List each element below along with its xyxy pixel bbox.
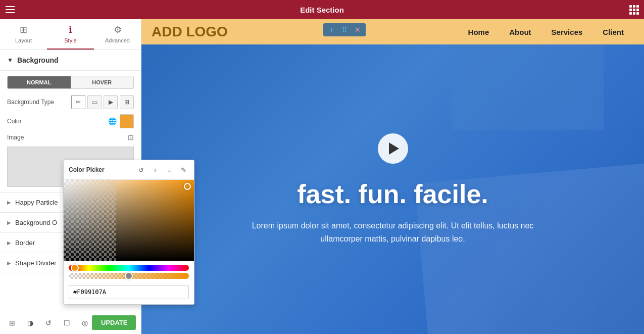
hero-description: Lorem ipsum dolor sit amet, consectetur …: [252, 219, 534, 245]
happy-particles-label: Happy Particle: [15, 199, 58, 206]
bg-type-image-btn[interactable]: ▭: [87, 95, 102, 109]
color-row: Color 🌐: [7, 114, 134, 128]
bg-overlay-arrow: ▶: [7, 220, 11, 225]
bg-type-slide-btn[interactable]: ⊞: [120, 95, 134, 109]
eye-icon-btn[interactable]: ◎: [78, 316, 92, 330]
cp-hue-slider[interactable]: [69, 265, 189, 271]
cp-alpha-slider[interactable]: [69, 273, 189, 279]
main-layout: ⊞ Layout ℹ Style ⚙ Advanced ▼ Background: [0, 19, 644, 334]
move-section-btn[interactable]: ⠿: [339, 25, 350, 35]
image-label: Image: [7, 134, 128, 141]
panel-title: Edit Section: [20, 6, 624, 14]
floating-controls: + ⠿ ✕: [323, 23, 366, 36]
nav-link-home[interactable]: Home: [458, 19, 500, 44]
border-arrow: ▶: [7, 240, 11, 246]
preview-logo: ADD LOGO: [152, 24, 458, 40]
hero-tagline: fast. fun. facile.: [297, 179, 488, 209]
website-preview: ADD LOGO Home About Services Client + ⠿ …: [141, 19, 644, 334]
bg-type-controls: ✏ ▭ ▶ ⊞: [71, 95, 134, 109]
hamburger-menu-button[interactable]: [0, 0, 20, 19]
tab-advanced-label: Advanced: [105, 37, 130, 43]
cp-hue-handle: [71, 264, 79, 272]
tab-style[interactable]: ℹ Style: [47, 19, 94, 50]
cp-add-btn[interactable]: +: [150, 164, 161, 175]
cp-palette-btn[interactable]: ≡: [164, 164, 175, 175]
layers-icon-btn[interactable]: ⊞: [5, 316, 19, 330]
bg-type-label: Background Type: [7, 99, 71, 106]
layout-icon: ⊞: [20, 24, 27, 35]
cp-gradient-area[interactable]: [64, 180, 194, 261]
cp-hex-input[interactable]: [69, 285, 189, 299]
tabs-row: ⊞ Layout ℹ Style ⚙ Advanced: [0, 19, 141, 50]
color-swatch[interactable]: [120, 114, 134, 128]
bottom-toolbar: ⊞ ◑ ↺ ☐ ◎ UPDATE ▲: [0, 311, 141, 334]
color-controls: 🌐: [108, 114, 134, 128]
shape-divider-arrow: ▶: [7, 260, 11, 266]
color-picker-popup: Color Picker ↺ + ≡ ✎: [63, 160, 194, 305]
nav-link-services[interactable]: Services: [541, 19, 593, 44]
play-button[interactable]: [378, 133, 408, 164]
notes-icon-btn[interactable]: ☐: [60, 316, 74, 330]
tab-layout[interactable]: ⊞ Layout: [0, 19, 47, 50]
bg-overlay-label: Background O: [15, 219, 57, 226]
bg-type-video-btn[interactable]: ▶: [104, 95, 118, 109]
reload-icon-btn[interactable]: ↺: [41, 316, 56, 330]
happy-particles-arrow: ▶: [7, 200, 11, 205]
color-label: Color: [7, 118, 108, 125]
grid-view-button[interactable]: [624, 0, 644, 19]
cp-header: Color Picker ↺ + ≡ ✎: [64, 160, 194, 180]
cp-color-handle[interactable]: [184, 183, 191, 190]
add-section-btn[interactable]: +: [326, 25, 336, 35]
cp-reset-btn[interactable]: ↺: [135, 164, 146, 175]
background-section-label: Background: [17, 56, 59, 64]
border-label: Border: [15, 239, 35, 247]
preview-nav-links: Home About Services Client: [458, 19, 634, 44]
tab-advanced[interactable]: ⚙ Advanced: [94, 19, 141, 50]
advanced-icon: ⚙: [114, 24, 122, 35]
update-button-group: UPDATE ▲: [92, 315, 136, 330]
left-panel: ⊞ Layout ℹ Style ⚙ Advanced ▼ Background: [0, 19, 141, 334]
background-type-row: Background Type ✏ ▭ ▶ ⊞: [7, 95, 134, 109]
toolbar-icons: ⊞ ◑ ↺ ☐ ◎: [5, 316, 92, 330]
update-main-btn[interactable]: UPDATE: [92, 315, 136, 330]
play-triangle-icon: [389, 142, 399, 155]
close-section-btn[interactable]: ✕: [353, 25, 363, 35]
cp-header-icons: ↺ + ≡ ✎: [135, 164, 189, 175]
background-collapse-arrow: ▼: [7, 57, 13, 64]
top-bar: Edit Section: [0, 0, 644, 19]
image-icon: ⊡: [128, 133, 134, 141]
normal-hover-toggle: NORMAL HOVER: [7, 76, 134, 89]
globe-icon[interactable]: 🌐: [108, 117, 117, 125]
content-area: ADD LOGO Home About Services Client + ⠿ …: [141, 19, 644, 334]
cp-eyedropper-btn[interactable]: ✎: [178, 164, 189, 175]
preview-nav: ADD LOGO Home About Services Client + ⠿ …: [141, 19, 644, 44]
nav-link-client[interactable]: Client: [592, 19, 634, 44]
image-row: Image ⊡: [7, 133, 134, 141]
style-icon: ℹ: [69, 24, 72, 35]
normal-toggle-btn[interactable]: NORMAL: [8, 76, 71, 88]
history-icon-btn[interactable]: ◑: [23, 316, 37, 330]
nav-link-about[interactable]: About: [499, 19, 541, 44]
tab-layout-label: Layout: [15, 37, 32, 43]
shape-divider-label: Shape Divider: [15, 259, 57, 267]
hover-toggle-btn[interactable]: HOVER: [71, 76, 134, 88]
cp-title: Color Picker: [69, 166, 105, 173]
tab-style-label: Style: [64, 37, 76, 43]
cp-alpha-handle: [125, 272, 133, 280]
background-section-header[interactable]: ▼ Background: [0, 50, 141, 71]
hero-content: fast. fun. facile. Lorem ipsum dolor sit…: [141, 44, 644, 334]
bg-type-color-btn[interactable]: ✏: [71, 95, 85, 109]
